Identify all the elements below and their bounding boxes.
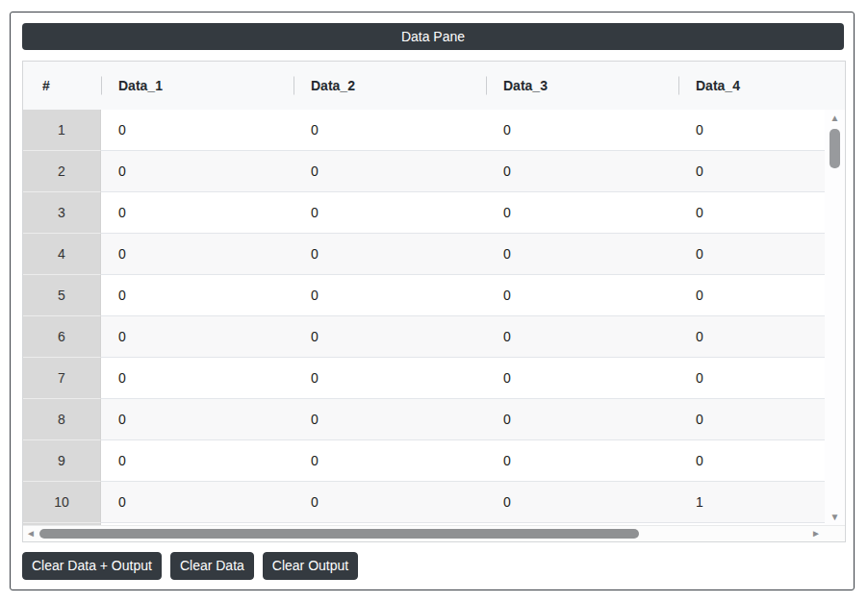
- table-cell[interactable]: 0: [486, 399, 678, 440]
- table-cell[interactable]: 0: [101, 440, 294, 482]
- clear-data-button[interactable]: Clear Data: [170, 552, 254, 580]
- clear-data-output-button[interactable]: Clear Data + Output: [22, 552, 162, 580]
- panel-title: Data Pane: [22, 23, 844, 50]
- row-index-cell[interactable]: 6: [23, 316, 101, 358]
- table-cell[interactable]: 0: [678, 110, 845, 151]
- table-row: 1 0000: [23, 110, 845, 151]
- horizontal-scroll-thumb[interactable]: [39, 529, 639, 539]
- table-cell[interactable]: 0: [101, 316, 294, 358]
- horizontal-scrollbar[interactable]: ◄ ►: [23, 525, 845, 541]
- row-index-cell[interactable]: 2: [23, 151, 101, 192]
- table-cell[interactable]: 0: [101, 399, 294, 440]
- table-cell[interactable]: 0: [486, 234, 678, 275]
- table-cell[interactable]: 0: [678, 358, 845, 399]
- table-cell[interactable]: 0: [678, 275, 845, 316]
- table-cell[interactable]: 0: [486, 151, 678, 192]
- table-cell[interactable]: 0: [101, 151, 294, 192]
- table-header-row: # Data_1Data_2Data_3Data_4: [23, 62, 846, 111]
- row-index-cell[interactable]: 9: [23, 440, 101, 482]
- row-index-cell[interactable]: 1: [23, 110, 101, 151]
- scroll-right-icon[interactable]: ►: [811, 528, 821, 539]
- table-cell[interactable]: 0: [486, 358, 678, 399]
- table-cell[interactable]: 0: [101, 192, 294, 234]
- table-cell[interactable]: 0: [678, 151, 845, 192]
- table-cell[interactable]: 0: [486, 440, 678, 482]
- table-cell[interactable]: 0: [486, 482, 678, 523]
- table-cell[interactable]: 0: [294, 316, 486, 358]
- scroll-up-icon[interactable]: ▲: [825, 113, 845, 123]
- table-cell[interactable]: 0: [294, 399, 486, 440]
- table-cell[interactable]: 0: [101, 234, 294, 275]
- table-cell[interactable]: 0: [101, 275, 294, 316]
- table-cell[interactable]: 0: [678, 192, 845, 234]
- table-row: 9 0000: [23, 440, 845, 482]
- vertical-scrollbar[interactable]: ▲ ▼: [825, 110, 845, 526]
- table-row: 7 0000: [23, 358, 845, 399]
- table-cell[interactable]: 0: [678, 316, 845, 358]
- table-cell[interactable]: 0: [294, 440, 486, 482]
- table-cell[interactable]: 0: [101, 110, 294, 151]
- table-cell[interactable]: 0: [294, 275, 486, 316]
- table-cell[interactable]: 0: [486, 316, 678, 358]
- clear-output-button[interactable]: Clear Output: [263, 552, 358, 580]
- table-cell[interactable]: 0: [486, 110, 678, 151]
- column-header[interactable]: Data_3: [486, 62, 678, 110]
- table-cell[interactable]: 0: [678, 440, 845, 482]
- table-row: 4 0000: [23, 234, 845, 275]
- table-cell[interactable]: 0: [294, 110, 486, 151]
- row-index-cell[interactable]: 7: [23, 358, 101, 399]
- scroll-down-icon[interactable]: ▼: [825, 513, 845, 522]
- table-cell[interactable]: 0: [101, 482, 294, 523]
- table-row: 3 0000: [23, 192, 845, 234]
- row-index-cell[interactable]: 3: [23, 192, 101, 234]
- column-header[interactable]: Data_2: [294, 62, 486, 110]
- table-cell[interactable]: 1: [678, 482, 845, 523]
- table-row: 5 0000: [23, 275, 845, 316]
- table-row: 10 0001: [23, 482, 845, 523]
- table-cell[interactable]: 0: [678, 399, 845, 440]
- vertical-scroll-thumb[interactable]: [830, 129, 840, 168]
- data-table: # Data_1Data_2Data_3Data_4 1 0000 2 0000…: [22, 61, 846, 542]
- table-cell[interactable]: 0: [294, 151, 486, 192]
- scroll-left-icon[interactable]: ◄: [26, 528, 36, 539]
- table-cell[interactable]: 0: [294, 192, 486, 234]
- row-index-cell[interactable]: 10: [23, 482, 101, 523]
- table-row: 2 0000: [23, 151, 845, 192]
- table-cell[interactable]: 0: [294, 358, 486, 399]
- table-cell[interactable]: 0: [294, 482, 486, 523]
- action-buttons: Clear Data + Output Clear Data Clear Out…: [22, 552, 358, 580]
- table-cell[interactable]: 0: [486, 192, 678, 234]
- row-index-cell[interactable]: 8: [23, 399, 101, 440]
- table-cell[interactable]: 0: [486, 275, 678, 316]
- table-body: 1 0000 2 0000 3 0000 4 0000 5 0000 6 000…: [23, 110, 845, 527]
- data-pane-panel: Data Pane # Data_1Data_2Data_3Data_4 1 0…: [10, 12, 855, 590]
- column-header[interactable]: Data_4: [678, 62, 846, 110]
- table-cell[interactable]: 0: [294, 234, 486, 275]
- table-cell[interactable]: 0: [101, 358, 294, 399]
- column-header[interactable]: Data_1: [101, 62, 294, 110]
- table-row: 8 0000: [23, 399, 845, 440]
- row-index-cell[interactable]: 4: [23, 234, 101, 275]
- row-index-cell[interactable]: 5: [23, 275, 101, 316]
- index-column-header[interactable]: #: [23, 62, 101, 110]
- table-cell[interactable]: 0: [678, 234, 845, 275]
- table-row: 6 0000: [23, 316, 845, 358]
